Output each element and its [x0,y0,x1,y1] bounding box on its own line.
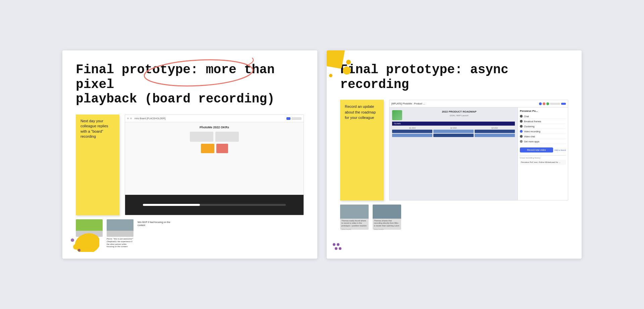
logo-area: 2022 PRODUCT ROADMAP GOAL: MVP Launch! [392,110,515,120]
svg-point-7 [343,67,351,75]
svg-point-8 [346,60,351,64]
right-bottom-thumbnails: Thomas easily found where to record a vi… [340,205,568,230]
roadmap-cell-4 [392,134,432,137]
board-card-2 [215,132,239,142]
board-card-orange [201,144,214,153]
roadmap-row-2 [392,134,515,137]
sidebar-breakout-label: Breakout frames [524,120,541,123]
more-apps-icon [520,140,523,143]
miro-toolbar-text: miro Board [PLACEHOLDER] [135,117,165,120]
play-bar [143,204,286,206]
pensieve-panel: [MPLATE] PhotoMe - Product ... [389,100,568,201]
pensieve-toolbar: [MPLATE] PhotoMe - Product ... [389,100,568,107]
right-thumb-2: Thomas shares that recording directly fr… [373,205,401,230]
sidebar-item-video-chat[interactable]: Video chat [520,134,566,139]
sidebar-item-chat[interactable]: Chat [520,114,566,119]
right-thumb-1: Thomas easily found where to record a vi… [340,205,369,230]
right-thumb-2-image [373,205,401,218]
roadmap-row-1 [392,130,515,133]
history-section: Close recording history Pensieve PoC tes… [520,155,566,165]
sidebar-item-more-apps[interactable]: Get more apps [520,139,566,144]
roadmap-cell-5 [433,134,474,137]
roadmap-quarters: Q1 2022 Q2 2022 Q3 2022 [392,127,515,129]
sidebar-clustering-label: Clustering [524,125,535,128]
svg-point-4 [86,247,90,251]
clustering-icon [520,125,523,128]
yellow-decoration-right [327,50,354,81]
right-thumb-1-image [340,205,369,218]
svg-point-11 [337,243,339,246]
right-content-area: Record an update about the roadmap for y… [340,100,568,201]
svg-point-10 [333,243,335,246]
pensieve-board: 2022 PRODUCT ROADMAP GOAL: MVP Launch! T… [389,107,518,200]
svg-point-3 [78,249,80,252]
sidebar-item-clustering[interactable]: Clustering [520,124,566,129]
left-bottom-thumbnails: Pierre: "this is just awesome!" (Stepbac… [76,219,304,248]
right-thumb-2-container: Thomas shares that recording directly fr… [373,205,401,230]
sidebar-more-apps-label: Get more apps [524,140,539,143]
play-progress [143,204,200,206]
right-thumb-1-sub: Video Insight [340,228,369,230]
video-chat-icon [520,135,523,138]
right-thumb-2-caption: Thomas shares that recording directly fr… [373,219,401,228]
left-slide-title: Final prototype: more than pixel playbac… [76,62,304,106]
right-sticky-note: Record an update about the roadmap for y… [340,100,384,201]
roadmap-teams-label: TEAMS [392,122,515,126]
pensieve-title: Pensieve Po... [520,109,566,113]
sidebar-video-chat-label: Video chat [524,135,535,138]
left-sticky-text: Next day your colleague replies with a "… [80,119,108,138]
right-slide-title: Final prototype: async recording [340,62,568,92]
svg-rect-6 [327,50,345,69]
board-card-1 [190,132,213,142]
svg-point-9 [329,74,332,77]
left-thumb-2 [107,219,133,237]
yellow-decoration-left [69,225,99,252]
sidebar-item-breakout[interactable]: Breakout frames [520,119,566,124]
roadmap-title: 2022 PRODUCT ROADMAP [404,110,515,113]
video-recording-icon [520,130,523,133]
right-slide: Final prototype: async recording Record … [327,50,582,259]
svg-point-13 [339,247,341,250]
roadmap-cell-2 [433,130,474,133]
svg-point-12 [335,247,337,250]
history-item: Pensieve PoC test, Online Whiteboard for… [520,160,566,165]
left-sticky-note: Next day your colleague replies with a "… [76,115,119,215]
roadmap-cell-6 [475,134,515,137]
left-caption-text: Win MVP if had focusing on the content [138,221,171,227]
toolbar-dot-2 [130,118,132,119]
left-thumb-2-container: Pierre: "this is just awesome!" (Stepbac… [107,219,133,248]
roadmap-cell-1 [392,130,432,133]
board-title: PhotoMe 2022 OKRs [128,126,300,129]
right-thumb-2-sub: Video Insight [373,228,401,230]
board-row-2 [128,144,300,153]
thumb-2-image [107,219,133,231]
board-row-1 [128,132,300,142]
toolbar-dot-1 [127,118,129,119]
sidebar-item-video-recording[interactable]: Video recording [520,129,566,134]
pensieve-toolbar-text: [MPLATE] PhotoMe - Product ... [391,102,425,105]
svg-point-2 [71,238,74,242]
pensieve-sidebar: Pensieve Po... Chat Breakout frames Clus… [518,107,568,200]
record-new-video-button[interactable]: Record new video [520,147,553,152]
left-thumb-caption: Pierre: "this is just awesome!" (Stepbac… [107,238,133,248]
board-card-pink [216,144,228,153]
right-thumb-1-caption: Thomas easily found where to record a vi… [340,219,369,228]
miro-board-content: PhotoMe 2022 OKRs [125,122,304,215]
svg-point-1 [73,244,78,250]
pensieve-body: 2022 PRODUCT ROADMAP GOAL: MVP Launch! T… [389,107,568,200]
right-sticky-text: Record an update about the roadmap for y… [345,104,376,120]
left-caption-1: Win MVP if had focusing on the content [138,219,171,248]
title-text-prefix: Final prototype: [76,62,206,77]
video-player [125,195,304,215]
chat-icon [520,115,523,118]
add-to-board-button[interactable]: Add to board [554,149,566,151]
right-thumb-1-container: Thomas easily found where to record a vi… [340,205,369,230]
breakout-icon [520,120,523,123]
close-history-label[interactable]: Close recording history [520,157,566,159]
main-container: Final prototype: more than pixel playbac… [49,37,595,272]
action-row: Record new video Add to board [520,146,566,154]
left-slide: Final prototype: more than pixel playbac… [62,50,317,259]
miro-screenshot: miro Board [PLACEHOLDER] PhotoMe 2022 OK… [125,115,304,215]
sidebar-chat-label: Chat [524,115,529,118]
purple-dots [332,242,345,253]
